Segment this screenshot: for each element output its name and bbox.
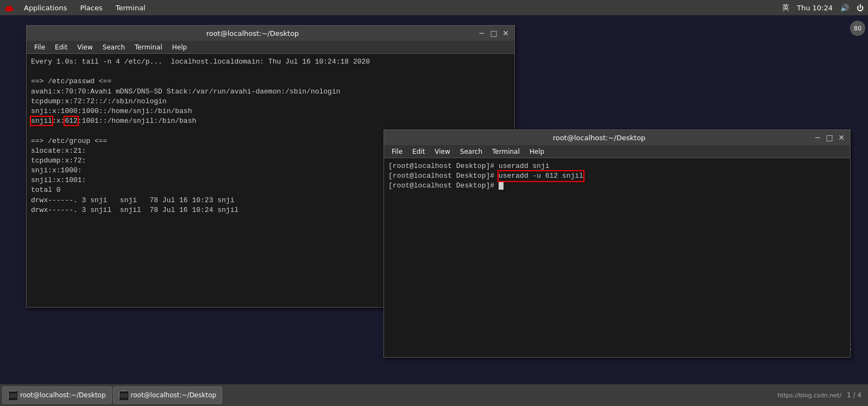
taskbar-url-hint: https://blog.csdn.net/ [777, 392, 841, 399]
menu-terminal[interactable]: Terminal [110, 3, 151, 13]
taskbar-item-1-icon [8, 391, 17, 399]
taskbar-item-1-label: root@localhost:~/Desktop [20, 391, 106, 399]
terminal-titlebar-1: root@localhost:~/Desktop ─ □ ✕ [27, 26, 514, 41]
taskbar-item-2-label: root@localhost:~/Desktop [131, 391, 217, 399]
terminal2-minimize-button[interactable]: ─ [813, 133, 822, 142]
term1-menu-edit[interactable]: Edit [51, 42, 72, 52]
terminal-body-2: [root@localhost Desktop]# useradd snji [… [384, 158, 850, 357]
term2-menu-edit[interactable]: Edit [408, 147, 429, 157]
term2-menu-file[interactable]: File [387, 147, 407, 157]
term2-menu-search[interactable]: Search [456, 147, 487, 157]
terminal-title-2: root@localhost:~/Desktop [388, 134, 810, 142]
terminal-menubar-2: File Edit View Search Terminal Help [384, 145, 850, 158]
highlighted-snjil: snjil [31, 117, 52, 125]
page-badge: 1 / 4 [847, 391, 861, 399]
terminal1-maximize-button[interactable]: □ [489, 29, 498, 38]
terminal2-maximize-button[interactable]: □ [825, 133, 834, 142]
taskbar: root@localhost:~/Desktop root@localhost:… [0, 384, 868, 406]
taskbar-item-1[interactable]: root@localhost:~/Desktop [2, 386, 112, 404]
terminal-title-1: root@localhost:~/Desktop [31, 29, 474, 38]
terminal-titlebar-2: root@localhost:~/Desktop ─ □ ✕ [384, 130, 850, 145]
volume-icon[interactable]: 🔊 [840, 4, 849, 12]
menu-places[interactable]: Places [74, 3, 108, 13]
top-menubar: Applications Places Terminal 英 Thu 10:24… [0, 0, 868, 15]
corner-circle-icon: 80 [850, 21, 865, 36]
term1-menu-terminal[interactable]: Terminal [130, 42, 167, 52]
terminal-window-2: root@localhost:~/Desktop ─ □ ✕ File Edit… [383, 129, 851, 358]
highlighted-612: 612 [65, 117, 77, 125]
terminal2-close-button[interactable]: ✕ [837, 133, 846, 142]
taskbar-item-2-icon [119, 391, 128, 399]
desktop: root@localhost:~/Desktop ─ □ ✕ File Edit… [0, 15, 868, 384]
term2-menu-help[interactable]: Help [525, 147, 549, 157]
svg-rect-7 [120, 393, 128, 398]
svg-rect-5 [9, 393, 17, 398]
terminal1-close-button[interactable]: ✕ [501, 29, 510, 38]
clock: Thu 10:24 [797, 4, 833, 12]
redhat-logo-icon [4, 3, 14, 13]
term1-menu-view[interactable]: View [73, 42, 97, 52]
terminal1-minimize-button[interactable]: ─ [477, 29, 486, 38]
term2-menu-view[interactable]: View [430, 147, 454, 157]
term2-menu-terminal[interactable]: Terminal [488, 147, 524, 157]
term1-menu-help[interactable]: Help [168, 42, 191, 52]
terminal-menubar-1: File Edit View Search Terminal Help [27, 41, 514, 54]
term1-menu-file[interactable]: File [30, 42, 49, 52]
term1-menu-search[interactable]: Search [98, 42, 129, 52]
taskbar-item-2[interactable]: root@localhost:~/Desktop [113, 386, 223, 404]
language-indicator[interactable]: 英 [782, 3, 789, 13]
cursor [499, 182, 504, 190]
top-menu-right: 英 Thu 10:24 🔊 ⏻ [782, 3, 864, 13]
power-icon[interactable]: ⏻ [857, 4, 864, 12]
highlighted-useradd-cmd: useradd -u 612 snjil [499, 171, 583, 181]
menu-applications[interactable]: Applications [18, 3, 72, 13]
